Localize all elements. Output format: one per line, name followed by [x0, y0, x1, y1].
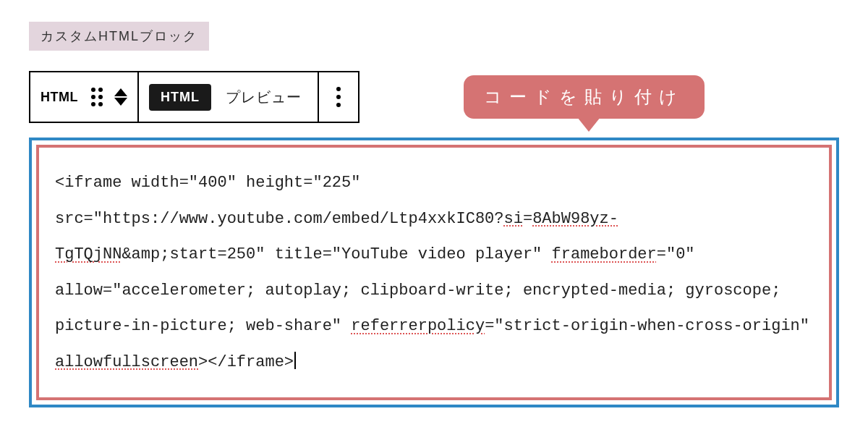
move-down-icon[interactable]: [114, 98, 127, 106]
block-toolbar: HTML HTML プレビュー: [29, 71, 359, 123]
toolbar-section-more: [319, 72, 358, 122]
spellcheck-token: frameborder: [552, 245, 657, 263]
annotation-callout: コードを貼り付け: [464, 75, 705, 119]
code-editor-selection-outline: <iframe width="400" height="225" src="ht…: [29, 138, 839, 407]
callout-bubble: コードを貼り付け: [464, 75, 705, 119]
toolbar-section-block: HTML: [30, 72, 139, 122]
code-token: ="strict-origin-when-cross-origin": [485, 317, 819, 335]
toolbar-row: HTML HTML プレビュー コードを貼り付け: [29, 71, 839, 123]
text-cursor: [294, 352, 296, 369]
move-up-icon[interactable]: [114, 88, 127, 96]
spellcheck-token: allowfullscreen: [55, 353, 198, 371]
html-code-textarea[interactable]: <iframe width="400" height="225" src="ht…: [55, 165, 813, 380]
code-token: <iframe width="400" height="225" src="ht…: [55, 174, 504, 228]
callout-pointer-icon: [577, 117, 600, 132]
code-token: &amp;start=250" title="YouTube video pla…: [122, 245, 551, 263]
toolbar-section-view: HTML プレビュー: [139, 72, 319, 122]
code-editor-highlight: <iframe width="400" height="225" src="ht…: [36, 145, 832, 400]
move-arrows: [114, 88, 127, 106]
block-type-indicator[interactable]: HTML: [41, 90, 78, 105]
block-type-label: カスタムHTMLブロック: [29, 22, 209, 51]
html-view-button[interactable]: HTML: [149, 84, 211, 111]
spellcheck-token: si: [504, 210, 523, 228]
code-token: ></iframe>: [198, 353, 294, 371]
preview-view-button[interactable]: プレビュー: [220, 83, 307, 111]
drag-handle-icon[interactable]: [91, 88, 103, 106]
code-token: =: [523, 210, 532, 228]
spellcheck-token: referrerpolicy: [351, 317, 485, 335]
more-options-icon[interactable]: [329, 87, 348, 107]
